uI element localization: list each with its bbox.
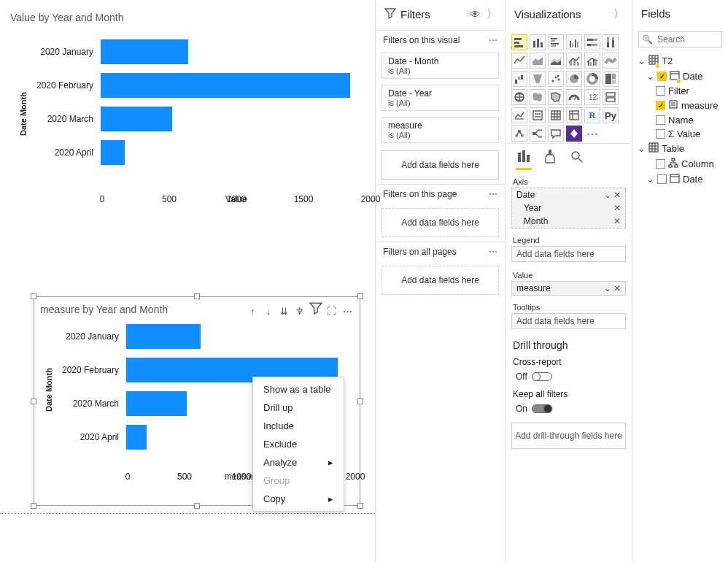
visual-value-by-year-month[interactable]: Value by Year and Month Date Month 2020 …: [7, 12, 371, 223]
menu-copy[interactable]: Copy▸: [253, 490, 344, 508]
checkbox[interactable]: [657, 72, 667, 81]
viz-line-stacked-column-icon[interactable]: [566, 53, 582, 69]
viz-python-visual-icon[interactable]: Py: [603, 107, 619, 123]
filter-drop-target[interactable]: Add data fields here: [382, 150, 499, 180]
analytics-tab-icon[interactable]: [568, 148, 584, 170]
bar[interactable]: [126, 425, 147, 450]
filter-drop-target[interactable]: Add data fields here: [382, 266, 499, 295]
axis-well[interactable]: Date⌄ ✕ Year✕ Month✕: [511, 188, 626, 228]
legend-well[interactable]: Add data fields here: [511, 246, 626, 262]
filter-drop-target[interactable]: Add data fields here: [382, 208, 499, 237]
drill-down-icon[interactable]: ↓: [262, 306, 275, 317]
chevron-down-icon[interactable]: ⌄: [604, 190, 611, 200]
menu-show-as-table[interactable]: Show as a table: [253, 380, 344, 399]
viz-powerapps-icon[interactable]: [566, 126, 582, 142]
viz-area-icon[interactable]: [530, 53, 546, 69]
bar[interactable]: [101, 39, 188, 64]
viz-line-clustered-column-icon[interactable]: [584, 53, 600, 69]
eye-icon[interactable]: 👁: [470, 8, 481, 20]
checkbox[interactable]: [656, 115, 665, 125]
checkbox[interactable]: [656, 129, 665, 139]
viz-clustered-bar-icon[interactable]: [548, 34, 564, 50]
drillthrough-drop[interactable]: Add drill-through fields here: [511, 423, 626, 449]
fields-search[interactable]: 🔍: [638, 31, 722, 47]
visualization-gallery[interactable]: 123 R Py ⋯: [506, 30, 632, 143]
collapse-pane-icon[interactable]: 〉: [487, 7, 497, 21]
viz-key-influencers-icon[interactable]: [511, 126, 527, 142]
viz-table-icon[interactable]: [548, 107, 564, 123]
search-input[interactable]: [656, 34, 714, 45]
bar[interactable]: [101, 140, 125, 165]
field-item-name[interactable]: Name: [637, 113, 724, 127]
viz-clustered-column-icon[interactable]: [566, 34, 582, 50]
bar[interactable]: [101, 73, 350, 98]
menu-drill-up[interactable]: Drill up: [253, 399, 344, 417]
menu-analyze[interactable]: Analyze▸: [253, 453, 344, 471]
value-well[interactable]: measure⌄ ✕: [511, 281, 626, 296]
drill-up-icon[interactable]: ↑: [246, 306, 259, 317]
viz-ribbon-icon[interactable]: [603, 53, 619, 69]
table-node[interactable]: ⌄ T2: [637, 53, 724, 69]
viz-map-icon[interactable]: [511, 89, 527, 105]
checkbox[interactable]: [656, 101, 665, 110]
filter-card[interactable]: measureis (All): [382, 117, 499, 143]
checkbox[interactable]: [656, 86, 665, 96]
viz-treemap-icon[interactable]: [603, 71, 619, 87]
viz-scatter-icon[interactable]: [548, 71, 564, 87]
checkbox[interactable]: [656, 159, 665, 169]
more-options-icon[interactable]: ⋯: [341, 306, 354, 317]
viz-waterfall-icon[interactable]: [511, 71, 527, 87]
fields-tab-icon[interactable]: [516, 148, 532, 170]
filter-card[interactable]: Date - Monthis (All): [382, 53, 499, 79]
viz-100-stacked-column-icon[interactable]: [603, 34, 619, 50]
viz-multi-row-card-icon[interactable]: [603, 89, 619, 105]
field-item-date2[interactable]: ⌄Date: [637, 172, 724, 187]
chevron-down-icon[interactable]: ⌄: [637, 55, 646, 66]
viz-line-icon[interactable]: [511, 53, 527, 69]
viz-filled-map-icon[interactable]: [530, 89, 546, 105]
format-tab-bar[interactable]: [506, 143, 632, 173]
menu-include[interactable]: Include: [253, 417, 344, 435]
chevron-down-icon[interactable]: ⌄: [604, 283, 611, 293]
remove-icon[interactable]: ✕: [613, 190, 621, 200]
expand-next-level-icon[interactable]: ⇊: [278, 306, 291, 317]
collapse-pane-icon[interactable]: 〉: [613, 7, 624, 21]
viz-decomposition-tree-icon[interactable]: [530, 126, 546, 142]
fields-pane[interactable]: Fields 🔍 ⌄ T2 ⌄Date Filter measure Name …: [632, 0, 728, 562]
more-icon[interactable]: ⋯: [489, 189, 497, 199]
more-icon[interactable]: ⋯: [489, 35, 497, 45]
format-tab-icon[interactable]: [542, 148, 558, 170]
viz-pie-icon[interactable]: [566, 71, 582, 87]
viz-100-stacked-bar-icon[interactable]: [584, 34, 600, 50]
context-menu[interactable]: Show as a table Drill up Include Exclude…: [252, 377, 344, 512]
viz-matrix-icon[interactable]: [566, 107, 582, 123]
remove-icon[interactable]: ✕: [613, 203, 621, 213]
viz-more-icon[interactable]: ⋯: [584, 126, 600, 142]
bar[interactable]: [101, 107, 172, 131]
viz-gauge-icon[interactable]: [566, 89, 582, 105]
bar[interactable]: [126, 391, 187, 416]
viz-donut-icon[interactable]: [584, 71, 600, 87]
field-item-filter[interactable]: Filter: [637, 84, 724, 98]
viz-stacked-bar-icon[interactable]: [511, 34, 527, 50]
tooltips-well[interactable]: Add data fields here: [511, 313, 626, 329]
checkbox[interactable]: [657, 174, 667, 184]
remove-icon[interactable]: ✕: [613, 216, 621, 226]
keep-filters-toggle[interactable]: On: [516, 404, 632, 414]
filter-icon[interactable]: [309, 301, 322, 317]
viz-slicer-icon[interactable]: [530, 107, 546, 123]
field-item-measure[interactable]: measure: [637, 98, 724, 113]
remove-icon[interactable]: ✕: [613, 283, 621, 293]
bar[interactable]: [126, 324, 201, 349]
filter-card[interactable]: Date - Yearis (All): [382, 85, 499, 111]
viz-qna-icon[interactable]: [548, 126, 564, 142]
visualizations-pane[interactable]: Visualizations 〉 123 R Py: [505, 0, 632, 562]
viz-shape-map-icon[interactable]: [548, 89, 564, 105]
field-item-value[interactable]: ΣValue: [637, 127, 724, 141]
cross-report-toggle[interactable]: Off: [516, 372, 632, 382]
chevron-down-icon[interactable]: ⌄: [637, 143, 646, 154]
menu-exclude[interactable]: Exclude: [253, 435, 344, 453]
field-tree[interactable]: ⌄ T2 ⌄Date Filter measure Name ΣValue ⌄ …: [632, 53, 728, 187]
viz-funnel-icon[interactable]: [530, 71, 546, 87]
focus-mode-icon[interactable]: ⛶: [325, 306, 338, 317]
